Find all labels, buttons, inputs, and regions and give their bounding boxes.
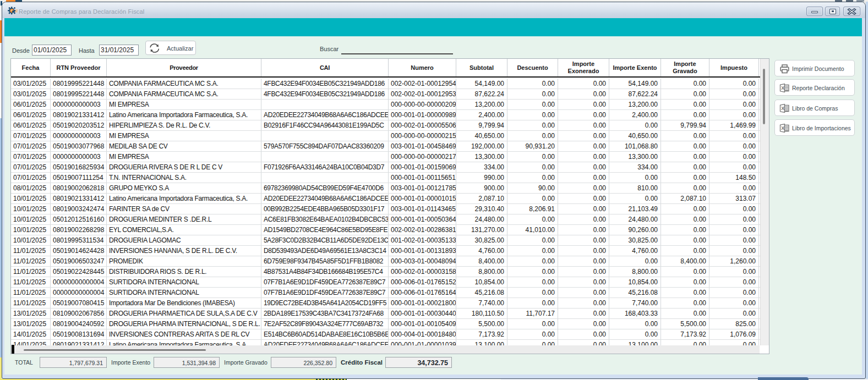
svg-text:X: X [781, 106, 784, 111]
svg-text:X: X [781, 85, 784, 91]
svg-text:X: X [781, 125, 784, 131]
